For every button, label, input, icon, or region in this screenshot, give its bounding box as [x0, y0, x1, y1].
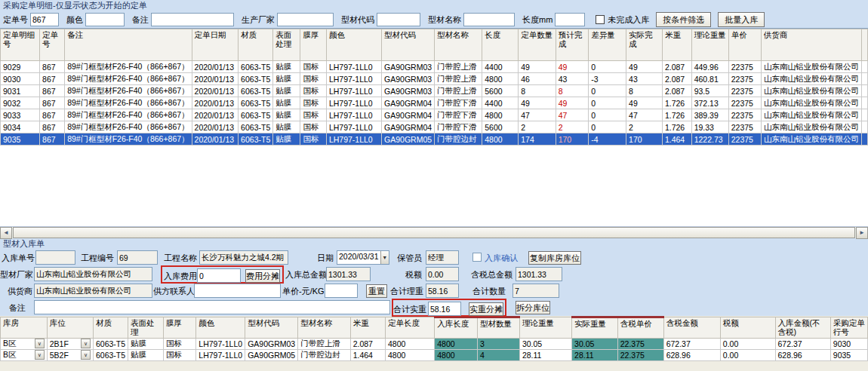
filter-profile-name-input[interactable] — [463, 13, 515, 26]
inbound-column-header[interactable]: 理论重量 — [519, 317, 571, 339]
inbound-no-input[interactable] — [35, 250, 75, 265]
batch-inbound-button[interactable]: 批量入库 — [718, 12, 765, 27]
order-column-header[interactable]: 表面处理 — [273, 29, 300, 61]
order-cell: 山东南山铝业股份有限公司 — [762, 121, 862, 133]
total-theory-weight-input[interactable] — [426, 284, 459, 298]
filter-length-input[interactable] — [555, 13, 585, 26]
filter-manufacturer-label: 生产厂家 — [242, 14, 275, 26]
order-column-header[interactable]: 理论重量 — [691, 29, 728, 61]
dropdown-arrow-icon[interactable]: ∨ — [35, 350, 45, 360]
order-column-header[interactable]: 实际完成 — [626, 29, 663, 61]
dropdown-arrow-icon[interactable]: ∨ — [81, 350, 91, 360]
total-actual-weight-input[interactable] — [428, 302, 461, 316]
order-table-row[interactable]: 903086789#门框型材F26-F40（866+867）2020/01/13… — [1, 73, 868, 85]
order-column-header[interactable]: 长度 — [482, 29, 519, 61]
order-column-header[interactable]: 差异量 — [589, 29, 626, 61]
order-column-header[interactable]: 材质 — [239, 29, 273, 61]
order-table-row[interactable]: 903186789#门框型材F26-F40（866+867）2020/01/13… — [1, 85, 868, 97]
inbound-column-header[interactable]: 定单长度 — [385, 317, 434, 339]
order-table-row[interactable]: 903286789#门框型材F26-F40（866+867）2020/01/13… — [1, 97, 868, 109]
order-table-row[interactable]: 903486789#门框型材F26-F40（866+867）2020/01/13… — [1, 121, 868, 133]
order-column-header[interactable]: 定单明细号 — [1, 29, 40, 61]
order-cell: 170 — [556, 133, 589, 146]
inbound-cell: 0.00 — [720, 349, 775, 360]
inbound-table-row[interactable]: B区∨2B1F∨6063-T5贴膜国标LH797-1LL0GA90GRM03门带… — [1, 338, 868, 349]
filter-remark-input[interactable] — [151, 13, 234, 26]
order-table-row[interactable]: 903386789#门框型材F26-F40（866+867）2020/01/13… — [1, 109, 868, 121]
inbound-column-header[interactable]: 采购定单行号 — [830, 317, 867, 339]
inbound-column-header[interactable]: 实际重量 — [572, 317, 618, 339]
order-column-header[interactable]: 定单数量 — [519, 29, 556, 61]
inbound-cell: 9030 — [830, 338, 867, 349]
actual-weight-share-button[interactable]: 实重分摊 — [469, 302, 503, 316]
supplier-input[interactable] — [34, 284, 152, 298]
order-table-row[interactable]: 903586789#门框型材F26-F40（866+867）2020/01/13… — [1, 133, 868, 146]
inbound-column-header[interactable]: 入库金额(不含税) — [775, 317, 830, 339]
inbound-column-header[interactable]: 税额 — [720, 317, 775, 339]
inbound-confirm-checkbox[interactable] — [472, 253, 482, 262]
order-column-header[interactable]: 定单日期 — [192, 29, 239, 61]
project-name-input[interactable] — [199, 250, 288, 265]
copy-location-button[interactable]: 复制库房库位 — [528, 251, 581, 265]
inbound-column-header[interactable]: 颜色 — [196, 317, 245, 339]
filter-manufacturer-input[interactable] — [277, 13, 334, 26]
order-column-header[interactable]: 供货商 — [762, 29, 862, 61]
inbound-column-header[interactable]: 膜厚 — [164, 317, 196, 339]
order-column-header[interactable]: 米重 — [662, 29, 691, 61]
factory-input[interactable] — [34, 267, 152, 281]
keeper-input[interactable] — [426, 250, 459, 265]
unit-price-input[interactable] — [325, 284, 358, 298]
inbound-column-header[interactable]: 表面处理 — [128, 317, 164, 339]
inbound-column-header[interactable]: 库位 — [47, 317, 93, 339]
order-column-header[interactable]: 单价 — [728, 29, 761, 61]
dropdown-arrow-icon[interactable]: ∨ — [35, 339, 45, 348]
inbound-column-header[interactable]: 材质 — [93, 317, 128, 339]
inbound-column-header[interactable]: 入库长度 — [435, 317, 478, 339]
inbound-column-header[interactable]: 型材数量 — [477, 317, 519, 339]
inbound-column-header[interactable]: 含税金额 — [663, 317, 720, 339]
filter-bar: 定单号 颜色 备注 生产厂家 型材代码 型材名称 长度mm 未完成入库 按条件筛… — [0, 11, 868, 29]
fee-share-button[interactable]: 费用分摊 — [245, 269, 280, 283]
horizontal-scrollbar[interactable]: ◄ ► — [0, 226, 868, 238]
filter-order-no-input[interactable] — [30, 13, 59, 26]
order-column-header[interactable]: 预计完成 — [556, 29, 589, 61]
scrollbar-thumb[interactable] — [13, 227, 855, 238]
inbound-column-header[interactable]: 库房 — [1, 317, 48, 339]
inbound-column-header[interactable]: 米重 — [350, 317, 385, 339]
order-table-row[interactable]: 902986789#门框型材F26-F40（866+867）2020/01/13… — [1, 61, 868, 73]
order-cell: 门带腔上滑 — [435, 73, 482, 85]
dropdown-arrow-icon[interactable]: ∨ — [81, 339, 91, 348]
inbound-remark-input[interactable] — [34, 300, 390, 314]
order-column-header[interactable]: 备注 — [65, 29, 192, 61]
order-column-header[interactable]: 颜色 — [326, 29, 381, 61]
order-column-header[interactable]: 定单号 — [40, 29, 65, 61]
date-picker[interactable]: 2020/03/31 ▼ — [337, 250, 389, 265]
inbound-column-header[interactable]: 含税单价 — [617, 317, 663, 339]
split-location-button[interactable]: 拆分库位 — [516, 301, 550, 314]
inbound-column-header[interactable]: 型材名称 — [298, 317, 350, 339]
scroll-right-icon[interactable]: ► — [856, 227, 868, 239]
inbound-table-row[interactable]: B区∨5B2F∨6063-T5贴膜国标LH797-1LL0GA90GRM05门带… — [1, 349, 868, 360]
inbound-column-header[interactable]: 型材代码 — [245, 317, 298, 339]
filter-by-condition-button[interactable]: 按条件筛选 — [656, 12, 711, 27]
calendar-dropdown-icon[interactable]: ▼ — [380, 251, 389, 264]
reset-button[interactable]: 重置 — [366, 284, 387, 298]
order-column-header[interactable]: 型材名称 — [435, 29, 482, 61]
scroll-left-icon[interactable]: ◄ — [0, 227, 12, 239]
fee-input[interactable] — [197, 268, 241, 283]
order-column-header[interactable]: 膜厚 — [300, 29, 327, 61]
order-column-header[interactable]: 型材代码 — [382, 29, 435, 61]
total-amount-input[interactable] — [326, 267, 371, 281]
unfinished-inbound-checkbox[interactable] — [596, 15, 605, 24]
total-qty-input[interactable] — [512, 284, 559, 298]
inbound-cell: 30.05 — [519, 338, 571, 349]
tax-total-input[interactable] — [516, 267, 562, 281]
order-cell: 9032 — [1, 97, 40, 109]
filter-color-input[interactable] — [85, 13, 125, 26]
project-no-input[interactable] — [117, 250, 158, 265]
filter-profile-code-input[interactable] — [377, 13, 420, 26]
supplier-contact-input[interactable] — [194, 284, 281, 298]
order-cell: GA90GRM05 — [382, 133, 435, 146]
order-cell: 贴膜 — [273, 61, 300, 73]
tax-input[interactable] — [426, 267, 459, 281]
